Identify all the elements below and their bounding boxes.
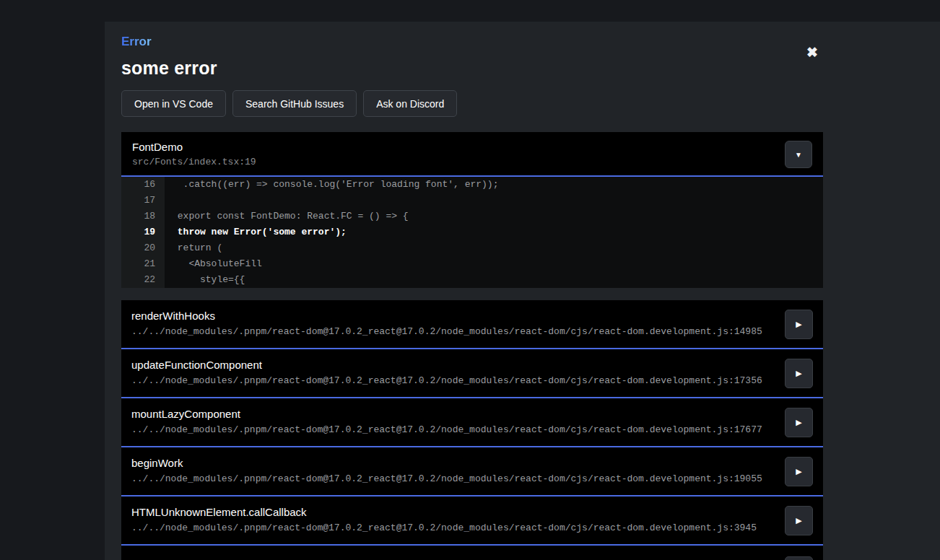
action-buttons: Open in VS Code Search GitHub Issues Ask… bbox=[121, 90, 823, 117]
search-github-issues-button[interactable]: Search GitHub Issues bbox=[232, 90, 357, 117]
stack-trace-list: renderWithHooks ../../node_modules/.pnpm… bbox=[121, 300, 823, 560]
code-line: 22 style={{ bbox=[121, 272, 823, 288]
error-type-label: Error bbox=[121, 35, 152, 49]
stack-frame-location: ../../node_modules/.pnpm/react-dom@17.0.… bbox=[131, 473, 813, 484]
play-right-icon: ▶ bbox=[796, 516, 801, 525]
code-line-highlighted: 19 throw new Error('some error'); bbox=[121, 224, 823, 240]
expand-frame-button[interactable]: ▶ bbox=[785, 310, 813, 339]
stack-frame-function-name: renderWithHooks bbox=[131, 310, 813, 322]
collapse-code-button[interactable]: ▼ bbox=[785, 141, 812, 168]
line-code: .catch((err) => console.log('Error loadi… bbox=[165, 177, 823, 193]
code-frame-function-name: FontDemo bbox=[132, 141, 811, 153]
line-code: style={{ bbox=[165, 272, 823, 288]
stack-frame-location: ../../node_modules/.pnpm/react-dom@17.0.… bbox=[131, 326, 813, 337]
line-code bbox=[165, 193, 823, 209]
stack-frame-location: ../../node_modules/.pnpm/react-dom@17.0.… bbox=[131, 375, 813, 386]
code-frame: FontDemo src/Fonts/index.tsx:19 ▼ 16 .ca… bbox=[121, 132, 823, 288]
stack-frame-function-name: beginWork bbox=[131, 457, 813, 469]
line-code: throw new Error('some error'); bbox=[165, 224, 823, 240]
code-snippet: 16 .catch((err) => console.log('Error lo… bbox=[121, 177, 823, 288]
code-line: 17 bbox=[121, 193, 823, 209]
expand-frame-button[interactable]: ▶ bbox=[785, 506, 813, 535]
stack-frame-callcallback: HTMLUnknownElement.callCallback ../../no… bbox=[121, 496, 823, 546]
line-code: return ( bbox=[165, 240, 823, 256]
code-frame-location: src/Fonts/index.tsx:19 bbox=[132, 157, 811, 167]
code-line: 21 <AbsoluteFill bbox=[121, 256, 823, 272]
code-line: 16 .catch((err) => console.log('Error lo… bbox=[121, 177, 823, 193]
expand-frame-button[interactable]: ▶ bbox=[785, 359, 813, 388]
stack-frame-beginwork: beginWork ../../node_modules/.pnpm/react… bbox=[121, 447, 823, 496]
open-in-vscode-button[interactable]: Open in VS Code bbox=[121, 90, 226, 117]
play-right-icon: ▶ bbox=[796, 369, 801, 377]
play-right-icon: ▶ bbox=[796, 467, 801, 476]
stack-frame-function-name: updateFunctionComponent bbox=[131, 359, 813, 371]
chevron-down-icon: ▼ bbox=[795, 151, 802, 159]
stack-frame-renderwithhooks: renderWithHooks ../../node_modules/.pnpm… bbox=[121, 300, 823, 349]
stack-frame-partial: ▶ bbox=[121, 546, 823, 560]
expand-frame-button[interactable]: ▶ bbox=[785, 556, 813, 560]
line-number: 22 bbox=[121, 272, 165, 288]
error-overlay: ✖ Error some error Open in VS Code Searc… bbox=[105, 22, 940, 560]
line-number: 18 bbox=[121, 209, 165, 224]
line-number: 20 bbox=[121, 240, 165, 256]
code-line: 18 export const FontDemo: React.FC = () … bbox=[121, 209, 823, 224]
ask-on-discord-button[interactable]: Ask on Discord bbox=[363, 90, 457, 117]
expand-frame-button[interactable]: ▶ bbox=[785, 457, 813, 486]
stack-frame-updatefunctioncomponent: updateFunctionComponent ../../node_modul… bbox=[121, 349, 823, 398]
error-message: some error bbox=[121, 58, 823, 79]
error-content: Error some error Open in VS Code Search … bbox=[121, 22, 823, 560]
stack-frame-function-name: HTMLUnknownElement.callCallback bbox=[131, 506, 813, 518]
line-code: export const FontDemo: React.FC = () => … bbox=[165, 209, 823, 224]
expand-frame-button[interactable]: ▶ bbox=[785, 408, 813, 437]
play-right-icon: ▶ bbox=[796, 320, 801, 328]
line-number: 21 bbox=[121, 256, 165, 272]
stack-frame-location: ../../node_modules/.pnpm/react-dom@17.0.… bbox=[131, 522, 813, 533]
stack-frame-location: ../../node_modules/.pnpm/react-dom@17.0.… bbox=[131, 424, 813, 435]
code-line: 20 return ( bbox=[121, 240, 823, 256]
line-number: 17 bbox=[121, 193, 165, 209]
line-number: 19 bbox=[121, 224, 165, 240]
play-right-icon: ▶ bbox=[796, 418, 801, 426]
stack-frame-function-name: mountLazyComponent bbox=[131, 408, 813, 420]
stack-frame-mountlazycomponent: mountLazyComponent ../../node_modules/.p… bbox=[121, 398, 823, 447]
code-frame-header: FontDemo src/Fonts/index.tsx:19 ▼ bbox=[121, 132, 823, 177]
line-number: 16 bbox=[121, 177, 165, 193]
line-code: <AbsoluteFill bbox=[165, 256, 823, 272]
